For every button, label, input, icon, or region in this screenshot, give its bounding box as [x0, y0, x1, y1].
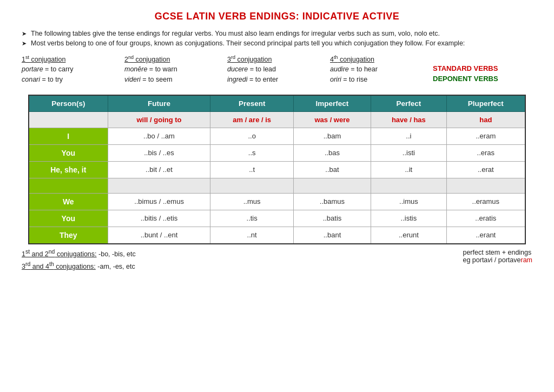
page-title: GCSE LATIN VERB ENDINGS: INDICATIVE ACTI…	[16, 11, 538, 22]
verb-endings-table-wrapper: Person(s) Future Present Imperfect Perfe…	[28, 95, 526, 244]
verb-endings-table: Person(s) Future Present Imperfect Perfe…	[28, 95, 526, 244]
footer-notes: 1st and 2nd conjugations: -bo, -bis, etc…	[16, 249, 538, 274]
col-header-future: Future	[108, 95, 210, 112]
standard-deponent-labels: STANDARD VERBS DEPONENT VERBS	[433, 64, 498, 83]
table-row	[29, 178, 525, 193]
table-row: We..bimus / ..emus..mus..bamus..imus..er…	[29, 193, 525, 210]
col-header-pluperfect: Pluperfect	[446, 95, 525, 112]
footer-right-notes: perfect stem + endings eg portavi / port…	[463, 249, 532, 264]
conj-3rd: 3rd conjugation ducere = to lead ingredi…	[227, 55, 314, 85]
footer-left-notes: 1st and 2nd conjugations: -bo, -bis, etc…	[22, 249, 136, 274]
table-meaning-row: will / going toam / are / iswas / wereha…	[29, 111, 525, 128]
intro-line1: The following tables give the tense endi…	[22, 30, 538, 37]
table-header-row: Person(s) Future Present Imperfect Perfe…	[29, 95, 525, 112]
conj-1st: 1st conjugation portare = to carry conar…	[22, 55, 108, 85]
col-header-present: Present	[210, 95, 293, 112]
table-row: You..bis / ..es..s..bas..isti..eras	[29, 144, 525, 161]
col-header-imperfect: Imperfect	[293, 95, 371, 112]
intro-list: The following tables give the tense endi…	[16, 30, 538, 47]
table-row: I..bo / ..am..o..bam..i..eram	[29, 128, 525, 144]
footer-conj-12: 1st and 2nd conjugations: -bo, -bis, etc	[22, 249, 136, 258]
conj-4th: 4th conjugation audire = to hear oriri =…	[330, 55, 417, 85]
footer-conj-34: 3rd and 4th conjugations: -am, -es, etc	[22, 261, 136, 270]
col-header-persons: Person(s)	[29, 95, 108, 112]
footer-perfect-stem: perfect stem + endings	[463, 249, 532, 256]
footer-example: eg portavi / portaveram	[463, 256, 532, 264]
intro-line2: Most verbs belong to one of four groups,…	[22, 39, 538, 47]
table-row: They..bunt / ..ent..nt..bant..erunt..era…	[29, 227, 525, 244]
col-header-perfect: Perfect	[371, 95, 446, 112]
conj-2nd: 2nd conjugation monēre = to warn videri …	[124, 55, 211, 85]
conjugation-examples: 1st conjugation portare = to carry conar…	[16, 55, 538, 85]
table-row: He, she, it..bit / ..et..t..bat..it..era…	[29, 161, 525, 178]
table-row: You..bitis / ..etis..tis..batis..istis..…	[29, 210, 525, 227]
